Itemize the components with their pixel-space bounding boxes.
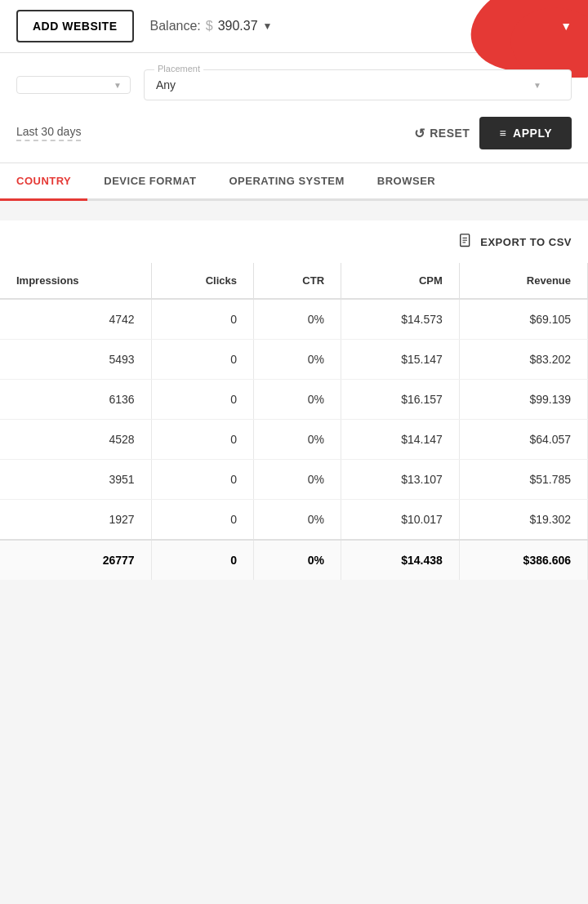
cell-cpm: $16.157 [341,380,460,420]
data-table: Impressions Clicks CTR CPM Revenue 47420… [0,263,588,580]
tab-device-format[interactable]: DEVICE FORMAT [87,163,212,201]
table-header-row: Impressions Clicks CTR CPM Revenue [0,263,588,299]
table-body: 474200%$14.573$69.105549300%$15.147$83.2… [0,299,588,540]
export-label: EXPORT TO CSV [480,236,572,248]
cell-impressions: 3951 [0,460,151,500]
controls-right: ↺ RESET ≡ APPLY [414,117,572,149]
col-revenue: Revenue [459,263,587,299]
balance-dropdown[interactable]: ▼ [263,20,273,32]
cell-cpm: $14.573 [341,299,460,340]
cell-clicks: 0 [151,340,253,380]
balance-currency: $ [206,19,213,33]
table-row: 192700%$10.017$19.302 [0,500,588,541]
export-section: EXPORT TO CSV [0,220,588,263]
placement-arrow: ▼ [533,81,541,90]
table-row: 613600%$16.157$99.139 [0,380,588,420]
cell-revenue: $19.302 [459,500,587,541]
cell-cpm: $13.107 [341,460,460,500]
cell-cpm: $15.147 [341,340,460,380]
date-range-selector[interactable]: Last 30 days [16,125,81,141]
apply-button[interactable]: ≡ APPLY [479,117,572,149]
placement-value: Any [156,78,176,91]
tab-operating-system[interactable]: OPERATING SYSTEM [212,163,360,201]
cell-clicks: 0 [151,299,253,340]
col-ctr: CTR [253,263,341,299]
cell-ctr: 0% [253,340,341,380]
total-ctr: 0% [253,540,341,580]
placement-label: Placement [154,64,203,73]
export-csv-button[interactable]: EXPORT TO CSV [459,234,572,250]
header-dropdown-arrow[interactable]: ▼ [560,20,572,33]
cell-ctr: 0% [253,500,341,541]
cell-revenue: $83.202 [459,340,587,380]
cell-ctr: 0% [253,460,341,500]
cell-cpm: $10.017 [341,500,460,541]
website-select[interactable]: ▼ [16,76,131,94]
tabs-row: COUNTRY DEVICE FORMAT OPERATING SYSTEM B… [0,163,588,201]
add-website-button[interactable]: ADD WEBSITE [16,10,134,42]
reset-icon: ↺ [414,126,425,141]
balance-section: Balance: $ 390.37 ▼ [150,19,273,33]
section-gap [0,201,588,220]
apply-label: APPLY [513,127,552,140]
cell-revenue: $69.105 [459,299,587,340]
cell-impressions: 4742 [0,299,151,340]
filter-section: ▼ Placement Any ▼ Last 30 days ↺ RESET ≡… [0,53,588,163]
cell-impressions: 4528 [0,420,151,460]
cell-impressions: 6136 [0,380,151,420]
cell-clicks: 0 [151,460,253,500]
table-row: 395100%$13.107$51.785 [0,460,588,500]
filter-icon: ≡ [499,127,506,140]
cell-ctr: 0% [253,380,341,420]
balance-label: Balance: [150,19,201,33]
tab-country[interactable]: COUNTRY [0,163,87,201]
total-impressions: 26777 [0,540,151,580]
balance-amount: 390.37 [218,19,258,33]
cell-ctr: 0% [253,299,341,340]
cell-clicks: 0 [151,500,253,541]
col-impressions: Impressions [0,263,151,299]
col-cpm: CPM [341,263,460,299]
document-icon [459,234,474,250]
cell-clicks: 0 [151,380,253,420]
col-clicks: Clicks [151,263,253,299]
cell-ctr: 0% [253,420,341,460]
data-table-container: Impressions Clicks CTR CPM Revenue 47420… [0,263,588,580]
placement-select[interactable]: Placement Any ▼ [144,69,572,100]
cell-cpm: $14.147 [341,420,460,460]
website-select-arrow: ▼ [114,81,122,90]
controls-row: Last 30 days ↺ RESET ≡ APPLY [16,117,572,163]
cell-revenue: $64.057 [459,420,587,460]
table-row: 474200%$14.573$69.105 [0,299,588,340]
table-row: 549300%$15.147$83.202 [0,340,588,380]
cell-clicks: 0 [151,420,253,460]
red-blob-decoration [408,0,588,78]
total-revenue: $386.606 [459,540,587,580]
total-clicks: 0 [151,540,253,580]
reset-button[interactable]: ↺ RESET [414,126,470,141]
reset-label: RESET [430,127,470,140]
total-cpm: $14.438 [341,540,460,580]
filter-row: ▼ Placement Any ▼ [16,69,572,100]
table-totals-row: 26777 0 0% $14.438 $386.606 [0,540,588,580]
tab-browser[interactable]: BROWSER [361,163,452,201]
header-bar: ADD WEBSITE Balance: $ 390.37 ▼ ▼ [0,0,588,53]
cell-revenue: $51.785 [459,460,587,500]
cell-impressions: 1927 [0,500,151,541]
cell-revenue: $99.139 [459,380,587,420]
table-row: 452800%$14.147$64.057 [0,420,588,460]
cell-impressions: 5493 [0,340,151,380]
